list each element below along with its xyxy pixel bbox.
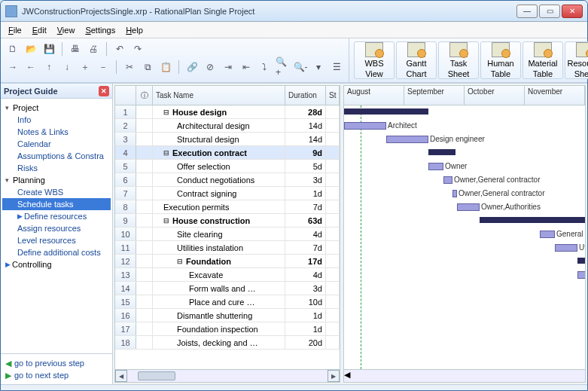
form-icon[interactable]: ☰ xyxy=(329,60,344,75)
maximize-button[interactable]: ▭ xyxy=(539,5,560,18)
next-step-link[interactable]: ▶go to next step xyxy=(5,369,108,381)
col-st[interactable]: St xyxy=(326,86,340,105)
human-table-button[interactable]: HumanTable xyxy=(480,41,521,79)
material-table-button[interactable]: MaterialTable xyxy=(522,41,563,79)
expand-icon[interactable]: ⊟ xyxy=(163,217,171,225)
row-number[interactable]: 17 xyxy=(115,322,136,335)
start-cell[interactable] xyxy=(326,187,340,200)
duration-cell[interactable]: 14d xyxy=(285,119,326,132)
task-name-cell[interactable]: Conduct negotiations xyxy=(153,173,285,186)
prev-step-link[interactable]: ◀go to previous step xyxy=(5,357,108,369)
row-number[interactable]: 8 xyxy=(115,200,136,213)
info-cell[interactable] xyxy=(136,173,153,186)
duration-cell[interactable]: 9d xyxy=(285,146,326,159)
table-row[interactable]: 1⊟House design28d xyxy=(115,105,340,119)
table-row[interactable]: 13Excavate4d xyxy=(115,268,340,282)
row-number[interactable]: 2 xyxy=(115,119,136,132)
month-header[interactable]: August xyxy=(344,86,404,105)
zoom-in-icon[interactable]: 🔍+ xyxy=(275,60,290,75)
col-duration[interactable]: Duration xyxy=(285,86,326,105)
task-name-cell[interactable]: Contract signing xyxy=(153,187,285,200)
row-number[interactable]: 11 xyxy=(115,241,136,254)
summary-bar[interactable] xyxy=(428,149,455,155)
task-name-cell[interactable]: Foundation inspection xyxy=(153,322,285,335)
row-number[interactable]: 13 xyxy=(115,268,136,281)
tree-item-calendar[interactable]: Calendar xyxy=(2,138,111,150)
tree-item-level-resources[interactable]: Level resources xyxy=(2,234,111,246)
task-name-cell[interactable]: Place and cure … xyxy=(153,295,285,308)
duration-cell[interactable]: 3d xyxy=(285,282,326,295)
duration-cell[interactable]: 10d xyxy=(285,295,326,308)
start-cell[interactable] xyxy=(326,214,340,227)
scroll-left-icon[interactable]: ◀ xyxy=(344,370,585,380)
info-cell[interactable] xyxy=(136,336,153,349)
save-icon[interactable]: 💾 xyxy=(41,41,56,57)
menu-file[interactable]: File xyxy=(4,24,26,36)
info-cell[interactable] xyxy=(136,187,153,200)
duration-cell[interactable]: 14d xyxy=(285,133,326,145)
duration-cell[interactable]: 7d xyxy=(285,241,326,254)
outdent-icon[interactable]: ⇤ xyxy=(239,60,254,75)
row-number[interactable]: 18 xyxy=(115,336,136,349)
row-number[interactable]: 1 xyxy=(115,105,136,118)
info-cell[interactable] xyxy=(136,295,153,308)
table-row[interactable]: 4⊟Execution contract9d xyxy=(115,146,340,160)
tree-item-create-wbs[interactable]: Create WBS xyxy=(2,186,111,198)
row-number[interactable]: 7 xyxy=(115,187,136,200)
start-cell[interactable] xyxy=(326,282,340,295)
info-cell[interactable] xyxy=(136,105,153,118)
info-cell[interactable] xyxy=(136,146,153,159)
summary-bar[interactable] xyxy=(480,217,585,223)
arrow-up-icon[interactable]: ↑ xyxy=(41,60,56,75)
row-number[interactable]: 14 xyxy=(115,282,136,295)
month-header[interactable]: October xyxy=(465,86,525,105)
task-bar[interactable] xyxy=(457,203,480,211)
tree-item-assumptions-constra[interactable]: Assumptions & Constra xyxy=(2,150,111,162)
row-number[interactable]: 16 xyxy=(115,309,136,322)
start-cell[interactable] xyxy=(326,105,340,118)
task-bar[interactable] xyxy=(555,244,577,252)
menu-view[interactable]: View xyxy=(53,24,80,36)
indent-icon[interactable]: ⇥ xyxy=(221,60,236,75)
month-header[interactable]: September xyxy=(404,86,465,105)
duration-cell[interactable]: 1d xyxy=(285,322,326,335)
open-icon[interactable]: 📂 xyxy=(23,41,38,57)
task-name-cell[interactable]: ⊟House construction xyxy=(153,214,285,227)
table-row[interactable]: 10Site clearing4d xyxy=(115,228,340,241)
info-cell[interactable] xyxy=(136,282,153,295)
tree-item-notes-links[interactable]: Notes & Links xyxy=(2,126,111,138)
info-cell[interactable] xyxy=(136,268,153,281)
start-cell[interactable] xyxy=(326,309,340,322)
task-name-cell[interactable]: Form walls and … xyxy=(153,282,285,295)
row-number[interactable]: 15 xyxy=(115,295,136,308)
expand-icon[interactable]: ⊟ xyxy=(177,258,184,265)
table-row[interactable]: 18Joists, decking and …20d xyxy=(115,336,340,350)
start-cell[interactable] xyxy=(326,133,340,145)
gantt-h-scrollbar[interactable]: ◀ ▶ xyxy=(344,369,585,382)
task-name-cell[interactable]: Site clearing xyxy=(153,228,285,240)
arrow-down-icon[interactable]: ↓ xyxy=(59,60,75,75)
task-name-cell[interactable]: Utilities instalation xyxy=(153,241,285,254)
row-number[interactable]: 9 xyxy=(115,214,136,227)
row-number[interactable]: 6 xyxy=(115,173,136,186)
table-row[interactable]: 6Conduct negotiations3d xyxy=(115,173,340,187)
scroll-left-icon[interactable]: ◀ xyxy=(115,370,127,382)
duration-cell[interactable]: 28d xyxy=(285,105,326,118)
info-cell[interactable] xyxy=(136,228,153,240)
start-cell[interactable] xyxy=(326,255,340,267)
link-icon[interactable]: 🔗 xyxy=(184,60,200,75)
start-cell[interactable] xyxy=(326,146,340,159)
tree-item-risks[interactable]: Risks xyxy=(2,162,111,174)
task-bar[interactable] xyxy=(452,190,457,197)
scroll-right-icon[interactable]: ▶ xyxy=(328,370,340,382)
arrow-right-icon[interactable]: → xyxy=(5,60,20,75)
expand-icon[interactable]: ⊟ xyxy=(163,149,171,157)
menu-help[interactable]: Help xyxy=(121,24,148,36)
start-cell[interactable] xyxy=(326,322,340,335)
table-row[interactable]: 17Foundation inspection1d xyxy=(115,322,340,336)
sidebar-close-icon[interactable]: ✕ xyxy=(99,86,109,96)
table-row[interactable]: 11Utilities instalation7d xyxy=(115,241,340,255)
task-bar[interactable] xyxy=(577,271,585,279)
table-row[interactable]: 2Architectural design14d xyxy=(115,119,340,133)
tree-item-controlling[interactable]: ▶Controlling xyxy=(2,258,111,270)
